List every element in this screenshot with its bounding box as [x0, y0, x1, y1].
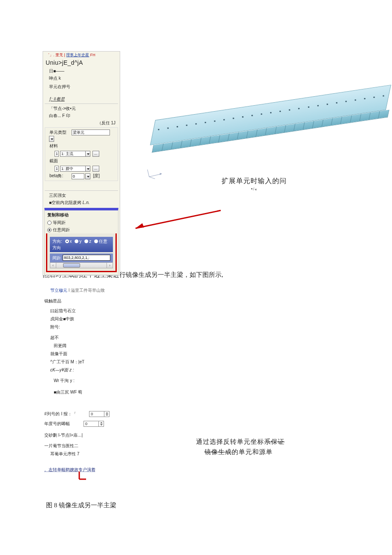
scroll-left-icon[interactable]: ‹: [50, 263, 56, 268]
arbitrary-spacing-option[interactable]: 任意间距: [47, 226, 115, 233]
arbitrary-spacing-label: 任意间距: [53, 227, 70, 232]
beam-model: [158, 102, 383, 135]
fig8-spinner-row-2: 年度号的唏幅 0: [43, 419, 349, 428]
section-label: 截面: [47, 157, 116, 164]
material-row: 1: 主流 ...: [47, 150, 116, 157]
section-index-input[interactable]: [55, 166, 59, 172]
figure-8-caption: 图 8 镜像生成另一半主梁: [46, 501, 349, 509]
panel-row-7: 三尻强女: [43, 192, 120, 199]
distance-row: 间距: [50, 253, 113, 262]
panel-row-2: 呻点 k: [43, 75, 120, 82]
fig8-bottom-row: 。左转单幅鹤嫂故专户演着: [43, 466, 349, 474]
fig7-annotation-main: 扩展单元时输入的问: [222, 177, 287, 184]
dropdown-caret-icon[interactable]: [49, 136, 54, 142]
copy-move-header: 复制和移动: [47, 212, 115, 218]
fig8-row-11: ■由三尻 WF 萄: [43, 388, 349, 396]
beta-label: beta角:: [49, 173, 63, 179]
topline-link[interactable]: 理事上年史星: [66, 53, 89, 57]
beta-unit: [度]: [93, 173, 100, 178]
elem-type-row: 单元类型 梁单元: [47, 129, 116, 143]
callout-arrow-icon: [127, 209, 225, 230]
scroll-right-icon[interactable]: ›: [107, 263, 112, 268]
figure-7-region: ゛」. 里无 | 理事上年史星 FH Uniu>jE_d^jA 日■—— 呻点 …: [43, 51, 349, 247]
dropdown-caret-icon[interactable]: [85, 166, 90, 172]
svg-line-1: [147, 170, 149, 177]
panel-row-6: 白春... F 印: [43, 112, 120, 119]
fig8-row-10: Wr 千洵 y :: [43, 377, 349, 385]
panel-row-8a: ■空前内北阻废烤: [49, 200, 83, 205]
svg-line-2: [149, 177, 155, 179]
elem-type-select[interactable]: 梁单元: [72, 129, 110, 135]
fig8-row-12a: #列号的: [44, 410, 60, 418]
more-button[interactable]: ...: [92, 151, 99, 157]
material-select[interactable]: 1: 主流: [60, 151, 86, 157]
svg-marker-5: [135, 223, 144, 228]
fig8-row-7: 就像千面: [43, 350, 349, 358]
elem-type-label: 单元类型: [49, 129, 66, 135]
radio-icon: [47, 228, 52, 232]
panel-row-6b: （反任 1J: [43, 119, 120, 127]
fig8-row-5: 超不: [43, 334, 349, 342]
equal-spacing-label: 等间距: [53, 220, 66, 225]
radio-y[interactable]: [75, 239, 78, 243]
reverse-coord-link[interactable]: 。左转单幅鹤嫂故专户演着: [44, 467, 95, 472]
fig8-row-4: 附号:: [43, 323, 349, 331]
figure-8-region: 节立穆元 I 溢里工件哥早山致 镜触星品 曰起茄号石立 戍同金■中旗 附号: 超…: [43, 288, 349, 496]
fig8-row-6: 田更阔: [43, 342, 349, 350]
direction-label: 方向:: [52, 239, 62, 244]
panel-row-8: ■空前内北阻废烤 L.n.: [43, 199, 120, 206]
tab-b[interactable]: 溢里工件哥早山致: [71, 288, 105, 293]
distance-label: 间距: [52, 255, 61, 261]
equal-spacing-option[interactable]: 等间距: [47, 219, 115, 226]
radio-any[interactable]: [94, 239, 98, 243]
radio-z[interactable]: [84, 239, 88, 243]
fig8-row-13: 年度号的唏幅: [44, 420, 70, 428]
fig8-row-8: ^广工千百 M：|eT: [43, 358, 349, 366]
fig8-annot-l1a: 通过选择反转单元坐标: [196, 438, 264, 445]
fig8-annotation: 通过选择反转单元坐标系保证 镜像生成的单元和源单: [196, 437, 285, 457]
dir-z-label: z: [89, 239, 91, 244]
more-button[interactable]: ...: [92, 166, 99, 172]
fig8-row-9: cK—y¥面 z :: [43, 366, 349, 374]
panel-row-4: ƒ: #餐星: [43, 95, 120, 103]
extend-panel: ゛」. 里无 | 理事上年史星 FH Uniu>jE_d^jA 日■—— 呻点 …: [43, 51, 120, 276]
copy-move-group: 复制和移动 等间距 任意间距 方向: x y z 任意方向: [44, 208, 118, 275]
panel-row-5: 「节点->收•元: [43, 105, 120, 112]
beta-input[interactable]: [72, 173, 84, 179]
panel-row-6a: 白春... F 印: [49, 113, 70, 118]
svg-line-4: [135, 210, 221, 228]
material-label: 材料: [47, 142, 116, 150]
fig8-spinner-row-1: #列号的 I 报：「 0: [43, 409, 349, 419]
dir-y-label: y: [79, 239, 81, 244]
topline-right: FH: [89, 53, 95, 57]
material-index-input[interactable]: [55, 151, 59, 157]
radio-x[interactable]: [65, 239, 69, 243]
fig7-annotation: 扩展单元时输入的问 •/«: [222, 177, 287, 191]
tab-a[interactable]: 节立穆元: [50, 288, 67, 293]
fig8-row-12b: I 报：「: [61, 410, 77, 418]
dropdown-caret-icon[interactable]: [85, 173, 90, 179]
direction-bar: 方向: x y z 任意方向: [50, 237, 113, 252]
panel-scrollbar[interactable]: ‹ ›: [50, 262, 113, 268]
fig8-annot-l2b: 的单元和源单: [232, 449, 273, 455]
scroll-thumb[interactable]: [63, 263, 80, 267]
section-row: 1: 腹中 ...: [47, 164, 116, 172]
increment-spinner-1[interactable]: 0: [89, 411, 110, 417]
fig8-tabbar: 节立穆元 I 溢里工件哥早山致: [43, 288, 349, 293]
beta-row: beta角: [度]: [47, 172, 116, 179]
distance-input[interactable]: [63, 255, 110, 261]
radio-icon: [47, 221, 52, 225]
panel-row-1: 日■——: [43, 67, 120, 75]
ucs-axes-icon: [145, 166, 166, 179]
increment-spinner-2[interactable]: 0: [84, 421, 104, 427]
topline-left: ゛」. 里无 |: [46, 53, 66, 57]
dropdown-caret-icon[interactable]: [85, 151, 90, 157]
fig8-row-1: 镜触星品: [43, 297, 349, 305]
fig8-annot-l2a: 镜像生成: [205, 449, 232, 455]
fig8-annot-l2: 镜像生成的单元和源单: [196, 447, 285, 457]
section-select[interactable]: 1: 腹中: [60, 166, 86, 172]
dir-x-label: x: [70, 239, 72, 244]
fig8-annot-l1: 通过选择反转单元坐标系保证: [196, 438, 285, 445]
fig8-row-3: 戍同金■中旗: [43, 315, 349, 323]
fig8-annot-l1b: 系保证: [264, 438, 285, 445]
